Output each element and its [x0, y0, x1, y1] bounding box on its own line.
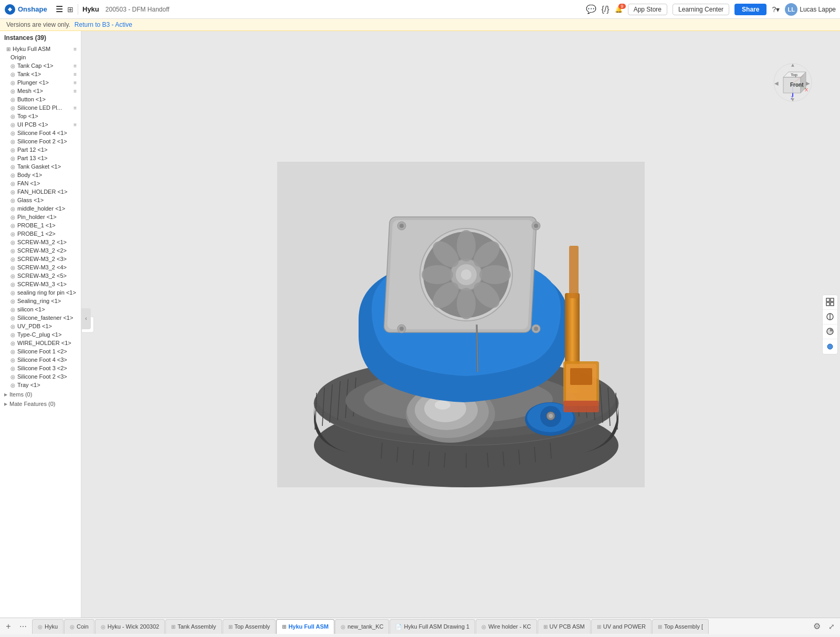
sidebar-label: Hyku Full ASM [13, 46, 71, 52]
tab-tank-assembly[interactable]: ⊞ Tank Assembly [165, 619, 222, 634]
sidebar-item-tank[interactable]: ◎ Tank <1> ≡ [0, 70, 81, 78]
app-logo[interactable]: Onshape [4, 4, 51, 15]
sidebar-item-body[interactable]: ◎ Body <1> [0, 171, 81, 179]
mate-features-section[interactable]: Mate Features (0) [0, 399, 81, 408]
sidebar-item-fan[interactable]: ◎ FAN <1> [0, 179, 81, 187]
sidebar-item-screw-m3-2-5[interactable]: ◎ SCREW-M3_2 <5> [0, 271, 81, 280]
sidebar-item-silicon[interactable]: ◎ silicon <1> [0, 305, 81, 314]
sidebar-item-silicone-led[interactable]: ◎ Silicone LED Pl... ≡ [0, 103, 81, 112]
tab-uv-pcb-asm[interactable]: ⊞ UV PCB ASM [538, 619, 591, 634]
sidebar-collapse-handle[interactable]: ‹ [81, 308, 91, 329]
sidebar-item-tank-gasket[interactable]: ◎ Tank Gasket <1> [0, 162, 81, 171]
sidebar-item-probe1-2[interactable]: ◎ PROBE_1 <2> [0, 229, 81, 238]
sidebar-item-plunger[interactable]: ◎ Plunger <1> ≡ [0, 78, 81, 87]
sidebar-item-sealing-ring[interactable]: ◎ Sealing_ring <1> [0, 297, 81, 305]
sidebar-item-top[interactable]: ◎ Top <1> [0, 112, 81, 120]
item-badge: ≡ [74, 63, 77, 69]
tab-hyku-full-asm[interactable]: ⊞ Hyku Full ASM [276, 619, 334, 634]
sidebar-label: Tank <1> [17, 71, 71, 77]
notification-button[interactable]: 🔔 9 [615, 6, 623, 13]
sidebar-item-silicone-fastener[interactable]: ◎ Silicone_fastener <1> [0, 314, 81, 322]
part-icon: ◎ [10, 214, 15, 220]
sidebar-item-pin-holder[interactable]: ◎ Pin_holder <1> [0, 213, 81, 221]
help-button[interactable]: ?▾ [772, 5, 780, 14]
sidebar-item-screw-m3-2-3[interactable]: ◎ SCREW-M3_2 <3> [0, 255, 81, 263]
sidebar-label: Part 13 <1> [17, 155, 77, 161]
sidebar-item-silicone-foot4-1[interactable]: ◎ Silicone Foot 4 <1> [0, 129, 81, 137]
tab-hyku[interactable]: ◎ Hyku [32, 619, 64, 634]
sidebar-item-glass[interactable]: ◎ Glass <1> [0, 196, 81, 204]
return-link[interactable]: Return to B3 - Active [75, 21, 132, 28]
sidebar-item-tray[interactable]: ◎ Tray <1> [0, 381, 81, 389]
tab-label: Hyku Full ASM [288, 623, 329, 630]
sidebar-label: Button <1> [17, 96, 77, 102]
sidebar-label: Tray <1> [17, 382, 77, 388]
user-menu[interactable]: LL Lucas Lappe [785, 3, 836, 16]
part-icon: ◎ [10, 256, 15, 262]
render-mode-button[interactable] [823, 325, 837, 339]
items-section[interactable]: Items (0) [0, 389, 81, 399]
add-tab-button[interactable]: + [2, 620, 15, 633]
tab-asm-icon: ⊞ [171, 624, 175, 630]
item-badge: ≡ [74, 122, 77, 128]
sidebar-item-screw-m3-3-1[interactable]: ◎ SCREW-M3_3 <1> [0, 280, 81, 288]
3d-model-view [81, 31, 840, 618]
svg-text:▶: ▶ [806, 80, 810, 86]
tab-hyku-wick[interactable]: ◎ Hyku - Wick 200302 [95, 619, 165, 634]
sidebar-item-tank-cap[interactable]: ◎ Tank Cap <1> ≡ [0, 61, 81, 70]
tab-part-icon: ◎ [101, 624, 106, 630]
svg-point-65 [400, 327, 404, 331]
sidebar-item-screw-m3-2-1[interactable]: ◎ SCREW-M3_2 <1> [0, 238, 81, 246]
sidebar-item-sealing-ring-pin[interactable]: ◎ sealing ring for pin <1> [0, 288, 81, 297]
sidebar-item-screw-m3-2-4[interactable]: ◎ SCREW-M3_2 <4> [0, 263, 81, 271]
tab-uv-and-power[interactable]: ⊞ UV and POWER [591, 619, 652, 634]
svg-text:Top: Top [791, 72, 797, 77]
share-button[interactable]: Share [734, 4, 766, 15]
code-icon-button[interactable]: {/} [602, 5, 610, 14]
sidebar-item-hyku-full-asm[interactable]: ⊞ Hyku Full ASM ≡ [0, 45, 81, 53]
tab-top-assembly[interactable]: ⊞ Top Assembly [223, 619, 276, 634]
sidebar-item-silicone-foot2-3[interactable]: ◎ Silicone Foot 2 <3> [0, 372, 81, 381]
chat-icon-button[interactable]: 💬 [586, 4, 596, 14]
more-tabs-button[interactable]: ⋯ [17, 620, 29, 633]
app-store-button[interactable]: App Store [628, 4, 667, 15]
appearance-button[interactable] [823, 339, 837, 354]
part-icon: ◎ [10, 382, 15, 388]
sidebar-item-type-c-plug[interactable]: ◎ Type-C_plug <1> [0, 330, 81, 339]
sidebar-item-mesh[interactable]: ◎ Mesh <1> ≡ [0, 87, 81, 95]
tab-wire-holder-kc[interactable]: ◎ Wire holder - KC [476, 619, 537, 634]
sidebar-item-part12[interactable]: ◎ Part 12 <1> [0, 145, 81, 154]
tab-expand-button[interactable]: ⤢ [825, 620, 838, 633]
view-options-button[interactable] [823, 295, 837, 310]
tab-hyku-full-asm-drawing[interactable]: 📄 Hyku Full ASM Drawing 1 [390, 619, 475, 634]
learning-center-button[interactable]: Learning Center [673, 4, 729, 15]
tab-label: UV and POWER [603, 623, 646, 630]
sidebar-item-wire-holder[interactable]: ◎ WIRE_HOLDER <1> [0, 339, 81, 347]
sidebar-label: Tank Gasket <1> [17, 163, 77, 170]
tab-settings-button[interactable]: ⚙ [811, 620, 823, 633]
svg-rect-96 [826, 302, 830, 306]
sidebar-item-ui-pcb[interactable]: ◎ UI PCB <1> ≡ [0, 120, 81, 129]
orientation-cube[interactable]: Front Top X Z ▲ ▼ ◀ ▶ [772, 62, 814, 105]
viewport[interactable]: Front Top X Z ▲ ▼ ◀ ▶ [81, 31, 840, 618]
tab-new-tank-kc[interactable]: ◎ new_tank_KC [335, 619, 390, 634]
sidebar-item-button[interactable]: ◎ Button <1> [0, 95, 81, 103]
section-view-button[interactable] [823, 310, 837, 325]
sidebar-item-silicone-foot4-3[interactable]: ◎ Silicone Foot 4 <3> [0, 356, 81, 364]
sidebar-item-screw-m3-2-2[interactable]: ◎ SCREW-M3_2 <2> [0, 246, 81, 255]
hamburger-menu-icon[interactable]: ☰ [56, 4, 63, 14]
sidebar-label: silicon <1> [17, 306, 77, 312]
sidebar-item-origin[interactable]: Origin [0, 53, 81, 61]
workspace-grid-icon[interactable]: ⊞ [67, 5, 74, 14]
sidebar-item-uv-pdb[interactable]: ◎ UV_PDB <1> [0, 322, 81, 330]
sidebar-item-probe1-1[interactable]: ◎ PROBE_1 <1> [0, 221, 81, 229]
sidebar-item-fan-holder[interactable]: ◎ FAN_HOLDER <1> [0, 187, 81, 196]
tab-coin[interactable]: ◎ Coin [64, 619, 94, 634]
sidebar-item-part13[interactable]: ◎ Part 13 <1> [0, 154, 81, 162]
sidebar-item-silicone-foot3-2[interactable]: ◎ Silicone Foot 3 <2> [0, 364, 81, 372]
sidebar-item-middle-holder[interactable]: ◎ middle_holder <1> [0, 204, 81, 213]
sidebar-label: SCREW-M3_2 <1> [17, 239, 77, 245]
tab-top-assembly-bracket[interactable]: ⊞ Top Assembly [ [652, 619, 709, 634]
sidebar-item-silicone-foot1-2[interactable]: ◎ Silicone Foot 1 <2> [0, 347, 81, 356]
sidebar-item-silicone-foot2-1[interactable]: ◎ Silicone Foot 2 <1> [0, 137, 81, 145]
